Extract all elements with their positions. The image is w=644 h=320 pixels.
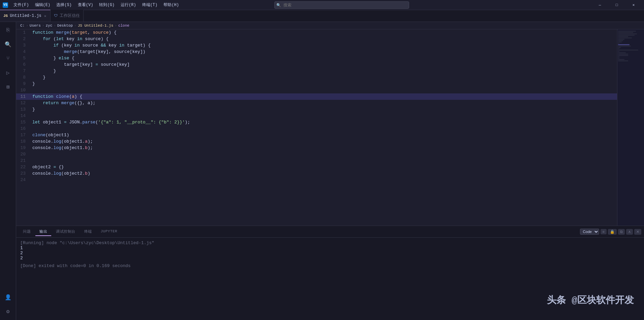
line-10: 10 xyxy=(16,87,617,93)
line-3: 3 if (key in source && key in target) { xyxy=(16,42,617,49)
menu-edit[interactable]: 编辑(E) xyxy=(32,1,53,8)
line-14: 14 xyxy=(16,113,617,119)
extensions-icon[interactable]: ⊞ xyxy=(2,81,14,93)
search-icon[interactable]: 🔍 xyxy=(2,39,14,50)
breadcrumb-desktop[interactable]: Desktop xyxy=(57,24,73,28)
line-4: 4 merge(target[key], source[key]) xyxy=(16,49,617,55)
panel-tab-jupyter[interactable]: JUPYTER xyxy=(97,228,122,235)
settings-icon[interactable]: ⚙ xyxy=(2,306,14,317)
line-19: 19 console.log(object1.b); xyxy=(16,145,617,151)
menu-goto[interactable]: 转到(G) xyxy=(96,1,117,8)
minimize-button[interactable]: — xyxy=(592,0,608,10)
content-area: ⎘ 🔍 ⑂ ▷ ⊞ 👤 ⚙ C: › Users › zyc › Desktop… xyxy=(0,22,644,320)
source-control-icon[interactable]: ⑂ xyxy=(2,53,14,64)
line-11: 11 function clone(a) { xyxy=(16,93,617,100)
line-18: 18 console.log(object1.a); xyxy=(16,138,617,145)
maximize-button[interactable]: □ xyxy=(609,0,624,10)
breadcrumb-file[interactable]: JS Untitled-1.js xyxy=(78,24,114,28)
menu-bar: 文件(F) 编辑(E) 选择(S) 查看(V) 转到(G) 运行(R) 终端(T… xyxy=(11,1,182,8)
line-5: 5 } else { xyxy=(16,55,617,61)
breadcrumb-c[interactable]: C: xyxy=(20,24,25,28)
panel-tab-problems[interactable]: 问题 xyxy=(19,228,35,236)
files-icon[interactable]: ⎘ xyxy=(2,25,14,36)
tab-bar: JS Untitled-1.js ✕ 🛡 工作区信任 xyxy=(0,10,644,22)
panel-output-2: 2 xyxy=(20,251,640,256)
menu-run[interactable]: 运行(R) xyxy=(118,1,139,8)
line-7: 7 } xyxy=(16,68,617,74)
panel-tab-debug[interactable]: 调试控制台 xyxy=(52,228,80,236)
line-20: 20 xyxy=(16,151,617,157)
panel-wrap-btn[interactable]: ≡ xyxy=(601,229,607,234)
panel-content: [Running] node "c:\Users\zyc\Desktop\Unt… xyxy=(16,238,644,320)
panel-tab-terminal[interactable]: 终端 xyxy=(80,228,96,236)
panel-tab-output[interactable]: 输出 xyxy=(35,228,51,236)
line-22: 22 object2 = {} xyxy=(16,164,617,170)
breadcrumb-function[interactable]: clone xyxy=(118,24,129,28)
accounts-icon[interactable]: 👤 xyxy=(2,292,14,303)
panel-output-1: 1 xyxy=(20,245,640,251)
search-icon: 🔍 xyxy=(276,3,281,7)
panel-done-line: [Done] exited with code=0 in 0.169 secon… xyxy=(20,263,640,268)
activity-bar: ⎘ 🔍 ⑂ ▷ ⊞ 👤 ⚙ xyxy=(0,22,16,320)
tab-untitled-js[interactable]: JS Untitled-1.js ✕ xyxy=(0,10,51,22)
line-8: 8 } xyxy=(16,74,617,81)
shield-icon: 🛡 xyxy=(54,13,58,18)
panel-filter-select[interactable]: Code xyxy=(580,229,599,235)
menu-help[interactable]: 帮助(H) xyxy=(161,1,182,8)
menu-select[interactable]: 选择(S) xyxy=(54,1,74,8)
breadcrumb-zyc[interactable]: zyc xyxy=(45,24,52,28)
search-bar: 🔍 xyxy=(274,1,409,9)
code-editor[interactable]: 1 function merge(target, source) { 2 for… xyxy=(16,29,617,226)
line-21: 21 xyxy=(16,157,617,164)
editor-container: 1 function merge(target, source) { 2 for… xyxy=(16,29,644,226)
window-controls: — □ ✕ xyxy=(592,0,641,10)
tab-untitled-label: Untitled-1.js xyxy=(10,13,41,18)
line-16: 16 xyxy=(16,125,617,132)
menu-file[interactable]: 文件(F) xyxy=(11,1,32,8)
bottom-panel: 问题 输出 调试控制台 终端 JUPYTER Code ≡ 🔒 ⧉ ∧ ✕ xyxy=(16,226,644,320)
panel-lock-btn[interactable]: 🔒 xyxy=(608,229,617,235)
line-9: 9 } xyxy=(16,81,617,87)
line-13: 13 } xyxy=(16,106,617,113)
panel-running-line: [Running] node "c:\Users\zyc\Desktop\Unt… xyxy=(20,240,640,245)
menu-view[interactable]: 查看(V) xyxy=(75,1,96,8)
panel-tabs: 问题 输出 调试控制台 终端 JUPYTER Code ≡ 🔒 ⧉ ∧ ✕ xyxy=(16,226,644,238)
search-input[interactable] xyxy=(274,1,409,9)
breadcrumb: C: › Users › zyc › Desktop › JS Untitled… xyxy=(16,22,644,29)
line-6: 6 target[key] = source[key] xyxy=(16,61,617,68)
line-1: 1 function merge(target, source) { xyxy=(16,29,617,36)
breadcrumb-users[interactable]: Users xyxy=(30,24,41,28)
line-24: 24 xyxy=(16,177,617,183)
debug-icon[interactable]: ▷ xyxy=(2,67,14,79)
line-2: 2 for (let key in source) { xyxy=(16,36,617,42)
vscode-icon: VS xyxy=(3,2,8,8)
line-17: 17 clone(object1) xyxy=(16,132,617,138)
panel-controls: Code ≡ 🔒 ⧉ ∧ ✕ xyxy=(580,229,641,235)
minimap xyxy=(617,29,644,226)
panel-output-3: 2 xyxy=(20,256,640,261)
main-area: C: › Users › zyc › Desktop › JS Untitled… xyxy=(16,22,644,320)
panel-clear-btn[interactable]: ∧ xyxy=(626,229,633,235)
line-15: 15 let object1 = JSON.parse('{"a": 1, "_… xyxy=(16,119,617,125)
minimap-lines xyxy=(617,29,644,63)
panel-copy-btn[interactable]: ⧉ xyxy=(618,229,625,235)
tab-workspace[interactable]: 🛡 工作区信任 xyxy=(51,10,84,22)
js-file-icon: JS xyxy=(3,14,8,18)
panel-close-btn[interactable]: ✕ xyxy=(634,229,641,235)
line-23: 23 console.log(object2.b) xyxy=(16,170,617,177)
menu-terminal[interactable]: 终端(T) xyxy=(140,1,160,8)
tab-untitled-close[interactable]: ✕ xyxy=(43,13,47,19)
line-12: 12 return merge({}, a); xyxy=(16,100,617,106)
app: JS Untitled-1.js ✕ 🛡 工作区信任 ⎘ 🔍 ⑂ ▷ ⊞ 👤 ⚙… xyxy=(0,10,644,320)
tab-workspace-label: 工作区信任 xyxy=(60,13,80,19)
close-button[interactable]: ✕ xyxy=(626,0,641,10)
title-bar: VS 文件(F) 编辑(E) 选择(S) 查看(V) 转到(G) 运行(R) 终… xyxy=(0,0,644,10)
